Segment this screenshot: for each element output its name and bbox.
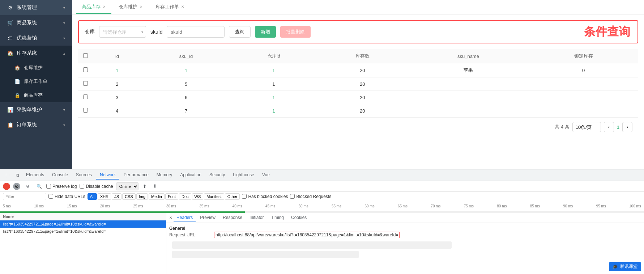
blocked-cookies-checkbox[interactable]: Has blocked cookies	[242, 194, 288, 199]
prev-page-button[interactable]: ‹	[604, 122, 614, 132]
tab-timing[interactable]: Timing	[268, 214, 287, 222]
page-content: 仓库 请选择仓库 ▾ skuId 查询 新增 批量删除 条件查询	[72, 14, 644, 169]
col-stock: 库存数	[317, 49, 408, 63]
disable-cache-checkbox[interactable]: Disable cache	[80, 184, 113, 189]
devtools-tab-vue[interactable]: Vue	[259, 171, 273, 180]
page-size-select[interactable]: 10条/页	[572, 122, 601, 132]
tab-preview[interactable]: Preview	[197, 214, 218, 222]
filter-css[interactable]: CSS	[122, 193, 136, 200]
batch-delete-button[interactable]: 批量删除	[280, 26, 311, 38]
devtools-tab-sources[interactable]: Sources	[72, 171, 95, 180]
lock-icon: 🔒	[14, 93, 20, 98]
tab-warehouse-maintenance[interactable]: 仓库维护 ✕	[113, 1, 148, 14]
hide-data-urls-checkbox[interactable]: Hide data URLs	[48, 194, 85, 199]
devtools-tab-memory[interactable]: Memory	[153, 171, 176, 180]
timeline-labels: 5 ms 10 ms 15 ms 20 ms 25 ms 30 ms 35 ms…	[3, 204, 641, 208]
filter-other[interactable]: Other	[225, 193, 240, 200]
next-page-button[interactable]: ›	[622, 122, 632, 132]
tab-headers[interactable]: Headers	[174, 214, 196, 222]
filter-font[interactable]: Font	[165, 193, 178, 200]
filter-xhr[interactable]: XHR	[98, 193, 111, 200]
devtools-tab-console[interactable]: Console	[48, 171, 72, 180]
filter-doc[interactable]: Doc	[179, 193, 191, 200]
warehouse-icon: 🏠	[7, 50, 13, 56]
request-item[interactable]: list?t=1603542297211&page=1&limit=10&sku…	[0, 228, 166, 235]
request-url-label: Request URL:	[169, 232, 213, 237]
filter-img[interactable]: Img	[136, 193, 148, 200]
query-title: 条件查询	[584, 24, 630, 40]
devtools-tab-application[interactable]: Application	[176, 171, 205, 180]
devtools-toggle-icon[interactable]: ⧉	[13, 171, 22, 180]
table-row: 1 1 1 20 苹果 0	[78, 63, 638, 77]
sidebar-item-product-inventory[interactable]: 🔒 商品库存	[0, 88, 72, 102]
search-button[interactable]: 查询	[229, 26, 251, 38]
cell-warehouse-id[interactable]: 1	[272, 68, 275, 73]
filter-all[interactable]: All	[88, 193, 97, 200]
skuid-input[interactable]	[167, 26, 225, 38]
table-wrapper: id sku_id 仓库id 库存数 sku_name 锁定库存 1 1	[78, 49, 638, 118]
blocked-requests-checkbox[interactable]: Blocked Requests	[290, 194, 331, 199]
sidebar-item-inventory-work-order[interactable]: 📄 库存工作单	[0, 75, 72, 88]
sidebar-item-product-system[interactable]: 🛒 商品系统 ▾	[0, 15, 72, 30]
filter-media[interactable]: Media	[149, 193, 165, 200]
sidebar-sub-label: 库存工作单	[24, 78, 47, 85]
cell-stock: 20	[360, 68, 365, 73]
preserve-log-checkbox[interactable]: Preserve log	[46, 184, 77, 189]
cell-warehouse-id[interactable]: 1	[272, 95, 275, 100]
sidebar-item-inventory[interactable]: 🏠 库存系统 ▴	[0, 46, 72, 61]
tab-product-inventory[interactable]: 商品库存 ✕	[76, 1, 111, 14]
cell-id: 4	[116, 108, 118, 114]
sidebar-item-marketing[interactable]: 🏷 优惠营销 ▾	[0, 30, 72, 46]
tab-close-icon[interactable]: ✕	[103, 5, 106, 9]
devtools-tab-security[interactable]: Security	[206, 171, 229, 180]
request-url-text[interactable]: http://localhost:88/api/ware/waresku/lis…	[214, 232, 400, 238]
tencent-badge[interactable]: 🎓 腾讯课堂	[609, 262, 641, 271]
tab-response[interactable]: Response	[220, 214, 245, 222]
timeline-green-bar	[0, 211, 245, 213]
request-item[interactable]: list?t=1603542297211&page=1&limit=10&sku…	[0, 220, 166, 228]
cell-id[interactable]: 1	[116, 68, 118, 73]
devtools-tab-performance[interactable]: Performance	[120, 171, 152, 180]
record-button[interactable]	[3, 183, 10, 190]
devtools-tab-network[interactable]: Network	[96, 171, 119, 180]
search-icon[interactable]: 🔍	[35, 182, 43, 191]
devtools-tab-lighthouse[interactable]: Lighthouse	[229, 171, 258, 180]
row-checkbox[interactable]	[83, 81, 88, 86]
tab-initiator[interactable]: Initiator	[247, 214, 266, 222]
sidebar-item-label: 优惠营销	[17, 35, 37, 41]
panel-close-icon[interactable]: ✕	[169, 216, 172, 220]
tencent-label: 腾讯课堂	[620, 264, 637, 270]
tab-close-icon[interactable]: ✕	[181, 5, 184, 9]
filter-input[interactable]	[3, 193, 46, 200]
filter-js[interactable]: JS	[112, 193, 121, 200]
row-checkbox[interactable]	[83, 108, 88, 113]
total-count: 共 4 条	[555, 124, 569, 130]
timeline-bar: 5 ms 10 ms 15 ms 20 ms 25 ms 30 ms 35 ms…	[0, 201, 644, 211]
add-button[interactable]: 新增	[255, 26, 276, 38]
tab-inventory-work-order[interactable]: 库存工作单 ✕	[150, 1, 190, 14]
filter-icon[interactable]: ⊍	[23, 182, 32, 191]
tab-cookies[interactable]: Cookies	[288, 214, 310, 222]
sidebar-item-purchase[interactable]: 📊 采购单维护 ▾	[0, 102, 72, 117]
upload-icon[interactable]: ⬆	[141, 183, 149, 190]
cell-warehouse-id[interactable]: 1	[272, 108, 275, 114]
tab-close-icon[interactable]: ✕	[140, 5, 142, 9]
cell-sku-id[interactable]: 1	[185, 68, 187, 73]
sidebar-item-system[interactable]: ⚙ 系统管理 ▾	[0, 0, 72, 15]
filter-ws[interactable]: WS	[192, 193, 204, 200]
row-checkbox[interactable]	[83, 94, 88, 99]
clear-button[interactable]: ⊘	[13, 183, 20, 190]
col-locked: 锁定库存	[529, 49, 638, 63]
sidebar-item-warehouse-maintenance[interactable]: 🏠 仓库维护	[0, 61, 72, 75]
table-row: 3 6 1 20	[78, 91, 638, 104]
filter-manifest[interactable]: Manifest	[204, 193, 224, 200]
throttle-select[interactable]: Online	[116, 182, 138, 190]
sidebar-item-orders[interactable]: 📋 订单系统 ▾	[0, 117, 72, 132]
download-icon[interactable]: ⬇	[152, 183, 159, 190]
row-checkbox[interactable]	[83, 67, 88, 72]
sidebar-item-label: 系统管理	[17, 4, 37, 11]
warehouse-select[interactable]: 请选择仓库	[99, 26, 146, 38]
devtools-inspect-icon[interactable]: ⬚	[3, 171, 12, 180]
devtools-tab-elements[interactable]: Elements	[22, 171, 48, 180]
select-all-checkbox[interactable]	[83, 53, 88, 58]
